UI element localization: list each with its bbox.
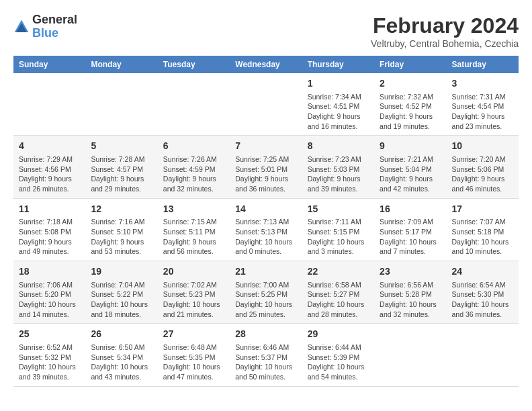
weekday-header-monday: Monday — [85, 56, 157, 73]
calendar-cell: 5Sunrise: 7:28 AM Sunset: 4:57 PM Daylig… — [85, 136, 157, 198]
calendar-week-row: 25Sunrise: 6:52 AM Sunset: 5:32 PM Dayli… — [13, 324, 519, 386]
day-number: 26 — [91, 328, 152, 341]
weekday-header-tuesday: Tuesday — [158, 56, 230, 73]
day-number: 5 — [91, 140, 152, 153]
calendar-cell: 20Sunrise: 7:02 AM Sunset: 5:23 PM Dayli… — [158, 261, 230, 324]
day-info: Sunrise: 6:52 AM Sunset: 5:32 PM Dayligh… — [19, 342, 80, 382]
day-info: Sunrise: 7:07 AM Sunset: 5:18 PM Dayligh… — [452, 217, 513, 257]
day-info: Sunrise: 6:58 AM Sunset: 5:27 PM Dayligh… — [308, 280, 369, 320]
day-info: Sunrise: 6:54 AM Sunset: 5:30 PM Dayligh… — [452, 280, 513, 320]
calendar-cell: 23Sunrise: 6:56 AM Sunset: 5:28 PM Dayli… — [374, 261, 446, 324]
day-number: 22 — [308, 265, 369, 279]
calendar-cell: 11Sunrise: 7:18 AM Sunset: 5:08 PM Dayli… — [13, 198, 85, 261]
day-number: 2 — [380, 77, 441, 91]
calendar-cell: 12Sunrise: 7:16 AM Sunset: 5:10 PM Dayli… — [85, 198, 157, 261]
day-info: Sunrise: 7:06 AM Sunset: 5:20 PM Dayligh… — [19, 280, 80, 320]
calendar-cell: 6Sunrise: 7:26 AM Sunset: 4:59 PM Daylig… — [158, 136, 230, 198]
weekday-header-saturday: Saturday — [447, 56, 519, 73]
calendar-cell: 2Sunrise: 7:32 AM Sunset: 4:52 PM Daylig… — [374, 73, 446, 136]
calendar-week-row: 11Sunrise: 7:18 AM Sunset: 5:08 PM Dayli… — [13, 198, 519, 261]
weekday-header-thursday: Thursday — [302, 56, 374, 73]
calendar-cell — [13, 73, 85, 136]
day-info: Sunrise: 7:31 AM Sunset: 4:54 PM Dayligh… — [452, 92, 513, 132]
day-number: 11 — [19, 203, 80, 216]
day-number: 6 — [163, 140, 224, 153]
calendar-cell: 15Sunrise: 7:11 AM Sunset: 5:15 PM Dayli… — [302, 198, 374, 261]
logo: General Blue — [13, 13, 77, 40]
day-info: Sunrise: 7:13 AM Sunset: 5:13 PM Dayligh… — [235, 217, 296, 257]
weekday-header-friday: Friday — [374, 56, 446, 73]
calendar-cell: 10Sunrise: 7:20 AM Sunset: 5:06 PM Dayli… — [447, 136, 519, 198]
day-number: 14 — [235, 203, 296, 216]
calendar-cell: 1Sunrise: 7:34 AM Sunset: 4:51 PM Daylig… — [302, 73, 374, 136]
calendar-cell: 28Sunrise: 6:46 AM Sunset: 5:37 PM Dayli… — [230, 324, 302, 386]
day-info: Sunrise: 7:21 AM Sunset: 5:04 PM Dayligh… — [380, 154, 441, 194]
calendar-cell: 9Sunrise: 7:21 AM Sunset: 5:04 PM Daylig… — [374, 136, 446, 198]
day-info: Sunrise: 7:09 AM Sunset: 5:17 PM Dayligh… — [380, 217, 441, 257]
day-number: 23 — [380, 265, 441, 279]
calendar-cell: 3Sunrise: 7:31 AM Sunset: 4:54 PM Daylig… — [447, 73, 519, 136]
day-number: 13 — [163, 203, 224, 216]
day-number: 4 — [19, 140, 80, 153]
logo-icon — [13, 19, 30, 35]
calendar-table: SundayMondayTuesdayWednesdayThursdayFrid… — [13, 56, 519, 387]
calendar-week-row: 4Sunrise: 7:29 AM Sunset: 4:56 PM Daylig… — [13, 136, 519, 198]
weekday-header-sunday: Sunday — [13, 56, 85, 73]
day-number: 21 — [235, 265, 296, 279]
day-number: 25 — [19, 328, 80, 341]
day-number: 27 — [163, 328, 224, 341]
calendar-cell — [230, 73, 302, 136]
calendar-week-row: 1Sunrise: 7:34 AM Sunset: 4:51 PM Daylig… — [13, 73, 519, 136]
calendar-cell: 29Sunrise: 6:44 AM Sunset: 5:39 PM Dayli… — [302, 324, 374, 386]
calendar-week-row: 18Sunrise: 7:06 AM Sunset: 5:20 PM Dayli… — [13, 261, 519, 324]
weekday-header-row: SundayMondayTuesdayWednesdayThursdayFrid… — [13, 56, 519, 73]
day-number: 3 — [452, 77, 513, 91]
day-number: 16 — [380, 203, 441, 216]
calendar-cell: 14Sunrise: 7:13 AM Sunset: 5:13 PM Dayli… — [230, 198, 302, 261]
calendar-cell: 4Sunrise: 7:29 AM Sunset: 4:56 PM Daylig… — [13, 136, 85, 198]
day-number: 15 — [308, 203, 369, 216]
day-number: 18 — [19, 265, 80, 279]
calendar-cell: 18Sunrise: 7:06 AM Sunset: 5:20 PM Dayli… — [13, 261, 85, 324]
title-area: February 2024 Veltruby, Central Bohemia,… — [371, 13, 519, 49]
day-info: Sunrise: 6:56 AM Sunset: 5:28 PM Dayligh… — [380, 280, 441, 320]
day-number: 7 — [235, 140, 296, 153]
day-info: Sunrise: 7:28 AM Sunset: 4:57 PM Dayligh… — [91, 154, 152, 194]
day-info: Sunrise: 7:11 AM Sunset: 5:15 PM Dayligh… — [308, 217, 369, 257]
day-info: Sunrise: 7:26 AM Sunset: 4:59 PM Dayligh… — [163, 154, 224, 194]
calendar-cell: 21Sunrise: 7:00 AM Sunset: 5:25 PM Dayli… — [230, 261, 302, 324]
day-number: 10 — [452, 140, 513, 153]
day-info: Sunrise: 7:32 AM Sunset: 4:52 PM Dayligh… — [380, 92, 441, 132]
day-info: Sunrise: 7:29 AM Sunset: 4:56 PM Dayligh… — [19, 154, 80, 194]
header: General Blue February 2024 Veltruby, Cen… — [13, 13, 519, 49]
calendar-cell: 22Sunrise: 6:58 AM Sunset: 5:27 PM Dayli… — [302, 261, 374, 324]
day-info: Sunrise: 7:16 AM Sunset: 5:10 PM Dayligh… — [91, 217, 152, 257]
day-info: Sunrise: 7:20 AM Sunset: 5:06 PM Dayligh… — [452, 154, 513, 194]
day-info: Sunrise: 7:34 AM Sunset: 4:51 PM Dayligh… — [308, 92, 369, 132]
calendar-cell: 19Sunrise: 7:04 AM Sunset: 5:22 PM Dayli… — [85, 261, 157, 324]
day-number: 1 — [308, 77, 369, 91]
main-title: February 2024 — [371, 13, 519, 38]
calendar-cell: 17Sunrise: 7:07 AM Sunset: 5:18 PM Dayli… — [447, 198, 519, 261]
day-info: Sunrise: 7:00 AM Sunset: 5:25 PM Dayligh… — [235, 280, 296, 320]
calendar-cell: 16Sunrise: 7:09 AM Sunset: 5:17 PM Dayli… — [374, 198, 446, 261]
day-info: Sunrise: 7:25 AM Sunset: 5:01 PM Dayligh… — [235, 154, 296, 194]
calendar-cell — [374, 324, 446, 386]
day-info: Sunrise: 6:44 AM Sunset: 5:39 PM Dayligh… — [308, 342, 369, 382]
day-info: Sunrise: 7:18 AM Sunset: 5:08 PM Dayligh… — [19, 217, 80, 257]
day-number: 19 — [91, 265, 152, 279]
day-number: 24 — [452, 265, 513, 279]
day-info: Sunrise: 7:15 AM Sunset: 5:11 PM Dayligh… — [163, 217, 224, 257]
calendar-cell: 27Sunrise: 6:48 AM Sunset: 5:35 PM Dayli… — [158, 324, 230, 386]
day-info: Sunrise: 7:02 AM Sunset: 5:23 PM Dayligh… — [163, 280, 224, 320]
calendar-cell: 25Sunrise: 6:52 AM Sunset: 5:32 PM Dayli… — [13, 324, 85, 386]
day-info: Sunrise: 7:23 AM Sunset: 5:03 PM Dayligh… — [308, 154, 369, 194]
day-number: 8 — [308, 140, 369, 153]
day-number: 28 — [235, 328, 296, 341]
day-info: Sunrise: 6:50 AM Sunset: 5:34 PM Dayligh… — [91, 342, 152, 382]
day-number: 29 — [308, 328, 369, 341]
calendar-cell: 13Sunrise: 7:15 AM Sunset: 5:11 PM Dayli… — [158, 198, 230, 261]
day-info: Sunrise: 7:04 AM Sunset: 5:22 PM Dayligh… — [91, 280, 152, 320]
day-number: 20 — [163, 265, 224, 279]
calendar-cell: 7Sunrise: 7:25 AM Sunset: 5:01 PM Daylig… — [230, 136, 302, 198]
